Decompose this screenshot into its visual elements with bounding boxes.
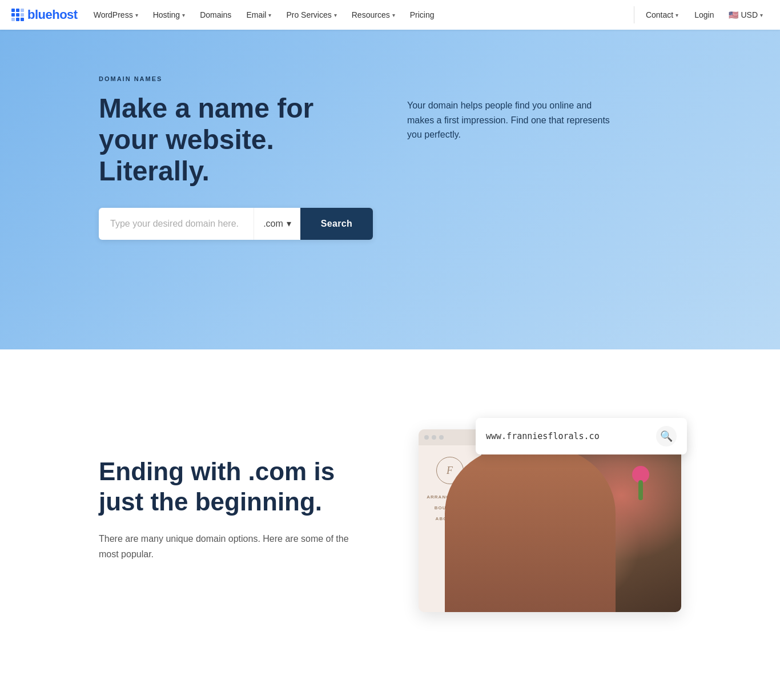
domain-search-input[interactable]	[99, 208, 254, 240]
logo-text: bluehost	[27, 7, 78, 22]
url-text: www.franniesflorals.co	[486, 431, 649, 441]
browser-dot-2	[432, 435, 436, 440]
section2-title: Ending with .com is just the beginning.	[99, 457, 373, 517]
browser-mockup: F ARRANGEMENTS BOUQUETS ABOUT US	[419, 429, 681, 612]
logo-link[interactable]: bluehost	[11, 7, 78, 22]
nav-divider	[634, 6, 634, 23]
search-icon-button[interactable]: 🔍	[656, 426, 677, 446]
nav-currency[interactable]: 🇺🇸 USD ▾	[723, 7, 769, 23]
nav-item-hosting[interactable]: Hosting ▾	[146, 7, 192, 23]
browser-mockup-container: www.franniesflorals.co 🔍	[407, 407, 681, 612]
browser-dot-1	[424, 435, 429, 440]
domain-search-bar: .com ▾ Search	[99, 208, 373, 240]
browser-main-content	[481, 445, 681, 612]
nav-login[interactable]: Login	[687, 7, 721, 23]
hero-label: DOMAIN NAMES	[99, 75, 681, 82]
logo-icon	[11, 9, 24, 21]
nav-item-domains[interactable]: Domains	[193, 7, 238, 23]
nav-item-resources[interactable]: Resources ▾	[345, 7, 402, 23]
hero-description: Your domain helps people find you online…	[407, 98, 613, 142]
flower-decoration	[626, 466, 655, 500]
chevron-down-icon: ▾	[392, 12, 395, 18]
nav-item-pro-services[interactable]: Pro Services ▾	[279, 7, 343, 23]
flag-icon: 🇺🇸	[729, 10, 738, 19]
nav-item-pricing[interactable]: Pricing	[403, 7, 441, 23]
hero-title: Make a name for your website. Literally.	[99, 92, 373, 187]
chevron-down-icon: ▾	[334, 12, 337, 18]
chevron-down-icon: ▾	[676, 12, 678, 18]
section2: Ending with .com is just the beginning. …	[0, 349, 780, 692]
nav-item-email[interactable]: Email ▾	[239, 7, 278, 23]
chevron-down-icon: ▾	[760, 12, 763, 18]
nav-contact[interactable]: Contact ▾	[639, 7, 685, 23]
hero-section: DOMAIN NAMES Make a name for your websit…	[0, 30, 780, 349]
browser-dot-3	[439, 435, 444, 440]
nav-items: WordPress ▾ Hosting ▾ Domains Email ▾ Pr…	[87, 7, 629, 23]
chevron-down-icon: ▾	[135, 12, 138, 18]
navbar: bluehost WordPress ▾ Hosting ▾ Domains E…	[0, 0, 780, 30]
section2-description: There are many unique domain options. He…	[99, 531, 350, 562]
chevron-down-icon: ▾	[268, 12, 271, 18]
search-icon: 🔍	[660, 430, 673, 442]
url-bar-overlay: www.franniesflorals.co 🔍	[476, 418, 687, 454]
nav-right: Contact ▾ Login 🇺🇸 USD ▾	[639, 7, 769, 23]
search-button[interactable]: Search	[300, 208, 373, 240]
person-figure	[481, 448, 616, 612]
browser-content: F ARRANGEMENTS BOUQUETS ABOUT US	[419, 445, 681, 612]
floral-background	[481, 445, 681, 612]
domain-extension-selector[interactable]: .com ▾	[254, 208, 300, 240]
chevron-down-icon: ▾	[287, 218, 291, 229]
chevron-down-icon: ▾	[182, 12, 185, 18]
nav-item-wordpress[interactable]: WordPress ▾	[87, 7, 145, 23]
